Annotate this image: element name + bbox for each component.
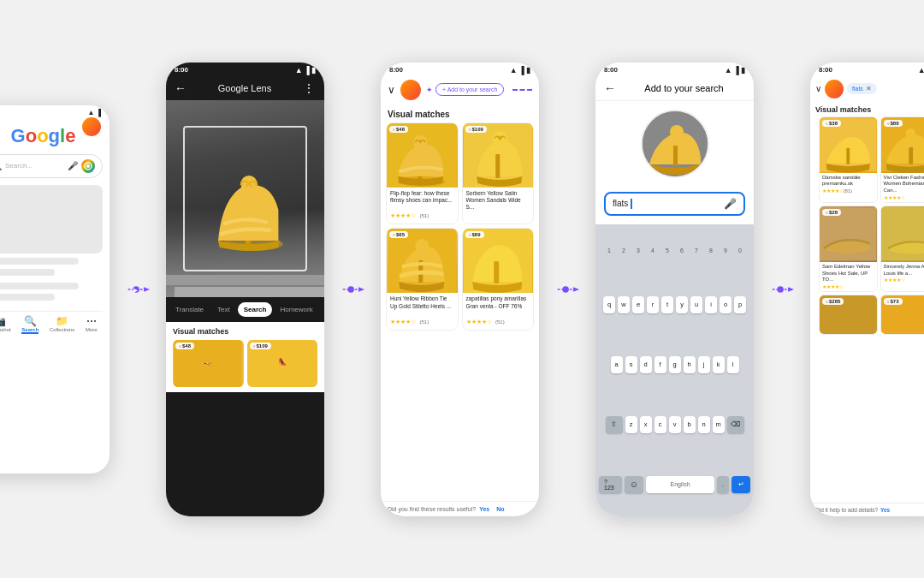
key-o[interactable]: o (720, 296, 732, 313)
p5-card-5[interactable]: $285 (819, 295, 878, 335)
phone2-back-arrow[interactable]: ← (175, 81, 187, 95)
phone1-search-bar[interactable]: 🔍 Search... 🎤 (0, 154, 103, 178)
key-123[interactable]: ?123 (599, 476, 622, 493)
key-u[interactable]: u (690, 296, 702, 313)
phone4-back-icon[interactable]: ← (604, 81, 616, 95)
phone5-flats-tag[interactable]: flats ✕ (847, 83, 877, 94)
key-enter[interactable]: ↵ (732, 476, 750, 493)
tab-shopping[interactable]: Shopp... (321, 302, 324, 317)
phone2-price-2: $109 (250, 343, 271, 349)
phone1-content: Google 🔍 Search... 🎤 📷 Snaps (0, 118, 110, 341)
tab-translate[interactable]: Translate (169, 302, 210, 317)
key-k[interactable]: k (713, 356, 725, 373)
key-e[interactable]: e (632, 296, 644, 313)
text-cursor (631, 199, 632, 209)
phone1-status-icons: ▲ ▐ (87, 109, 101, 116)
result-4-price: $89 (465, 231, 484, 238)
key-space[interactable]: English (646, 476, 714, 493)
tab-text[interactable]: Text (211, 302, 236, 317)
key-w[interactable]: w (618, 296, 630, 313)
phone3-no-button[interactable]: No (496, 506, 504, 512)
snapshot-tab[interactable]: 📷 Snapshot (0, 315, 11, 334)
result-card-4[interactable]: $89 zapatillas pony amarillas Gran venta… (462, 228, 535, 331)
lens-icon[interactable] (81, 159, 95, 173)
key-r[interactable]: r (647, 296, 659, 313)
svg-point-21 (415, 239, 429, 253)
p5-card-6[interactable]: $73 (880, 295, 925, 335)
add-to-search-button[interactable]: + Add to your search (435, 83, 504, 96)
key-j[interactable]: j (698, 356, 710, 373)
connector-2 (340, 279, 365, 300)
phone5-yes-button[interactable]: Yes (880, 507, 890, 513)
p5-title-1: Dámske sandále premamku.sk (822, 175, 874, 188)
key-p[interactable]: p (734, 296, 746, 313)
tab-search[interactable]: Search (238, 302, 273, 317)
key-y[interactable]: y (676, 296, 688, 313)
key-shift[interactable]: ⇧ (606, 416, 623, 433)
p5-stars-1: ★★★★☆(81) (822, 188, 874, 194)
phone5-useful-text: Did it help to add details? (815, 507, 878, 513)
key-h[interactable]: h (684, 356, 696, 373)
phone5-back-icon[interactable]: ∨ (815, 84, 821, 93)
key-l[interactable]: l (727, 356, 739, 373)
result-3-price: $65 (389, 231, 408, 238)
phone2-visual-matches: Visual matches 👡 $48 👠 (166, 322, 324, 392)
key-d[interactable]: d (640, 356, 652, 373)
phone4-status-bar: 8:00 ▲ ▐ ▮ (595, 63, 754, 76)
key-emoji[interactable]: ☺ (625, 476, 643, 493)
phone4-text-field[interactable]: flats 🎤 (604, 192, 745, 216)
phone3-yes-button[interactable]: Yes (479, 506, 489, 512)
p5-card-4[interactable]: Sincerely Jenna A St. Louis life a... ★★… (880, 206, 925, 292)
phone2-more-options[interactable]: ⋮ (303, 81, 316, 95)
phone4-keyboard[interactable]: 1 2 3 4 5 6 7 8 9 0 q w e r t y u i o (595, 224, 754, 516)
collections-tab[interactable]: 📁 Collections (50, 315, 74, 334)
key-a[interactable]: a (611, 356, 623, 373)
p5-img-3: $28 (820, 206, 877, 262)
arrow-3 (554, 279, 580, 300)
p5-title-2: Vivi Cleken Fashion Women Bohemian Can..… (884, 175, 925, 194)
p5-card-2[interactable]: $89 Vivi Cleken Fashion Women Bohemian C… (880, 116, 925, 203)
phone2-thumb-2[interactable]: 👠 $109 (247, 340, 318, 387)
phone2-thumb-1[interactable]: 👡 $48 (173, 340, 244, 387)
phone5-useful-bar: Did it help to add details? Yes (810, 503, 924, 516)
p5-card-1[interactable]: $38 Dámske sandále premamku.sk ★★★★☆(81) (819, 116, 878, 203)
key-z[interactable]: z (625, 416, 637, 433)
keyboard-row-2: a s d f g h j k l (599, 356, 750, 373)
phone4-status-icons: ▲ ▐ ▮ (725, 66, 745, 74)
key-f[interactable]: f (654, 356, 666, 373)
mic-input-icon[interactable]: 🎤 (724, 198, 737, 210)
key-backspace[interactable]: ⌫ (727, 416, 744, 433)
phone3-back-icon[interactable]: ∨ (388, 84, 395, 96)
keyboard-bottom-row: ?123 ☺ English . ↵ (599, 476, 750, 493)
key-period[interactable]: . (717, 476, 729, 493)
p5-img-5: $285 (820, 295, 877, 334)
more-tab[interactable]: ⋯ More (86, 315, 98, 334)
key-m[interactable]: m (713, 416, 725, 433)
flats-tag-remove[interactable]: ✕ (866, 85, 872, 92)
svg-text:▶: ▶ (133, 287, 138, 292)
result-img-2: $109 (463, 123, 534, 188)
p5-stars-4: ★★★★☆ (884, 277, 925, 283)
svg-rect-32 (909, 146, 913, 164)
key-v[interactable]: v (669, 416, 681, 433)
result-title-2: Sorbern Yellow Satin Women Sandals Wide … (466, 190, 530, 212)
key-s[interactable]: s (625, 356, 637, 373)
key-x[interactable]: x (640, 416, 652, 433)
tab-homework[interactable]: Homework (274, 302, 318, 317)
result-card-2[interactable]: $109 Sorbern Yellow Satin Women Sandals … (462, 122, 535, 225)
key-n[interactable]: n (698, 416, 710, 433)
result-card-3[interactable]: $65 Huni Yellow Ribbon Tie Up Gold Stile… (386, 228, 459, 331)
key-g[interactable]: g (669, 356, 681, 373)
result-info-4: zapatillas pony amarillas Gran venta - O… (463, 293, 534, 330)
search-tab[interactable]: 🔍 Search (21, 315, 38, 334)
phone2-price-1: $48 (175, 343, 194, 349)
key-b[interactable]: b (684, 416, 696, 433)
key-i[interactable]: i (705, 296, 717, 313)
phone5-results-area: $38 Dámske sandále premamku.sk ★★★★☆(81) (810, 116, 924, 501)
key-q[interactable]: q (603, 296, 615, 313)
microphone-icon[interactable]: 🎤 (68, 161, 78, 170)
p5-card-3[interactable]: $28 Sam Edelman Yellow Shoes Hot Sale, U… (819, 206, 878, 292)
result-card-1[interactable]: $48 Flip-flop fear: how these flimsy sho… (386, 122, 459, 225)
key-c[interactable]: c (654, 416, 666, 433)
key-t[interactable]: t (661, 296, 673, 313)
